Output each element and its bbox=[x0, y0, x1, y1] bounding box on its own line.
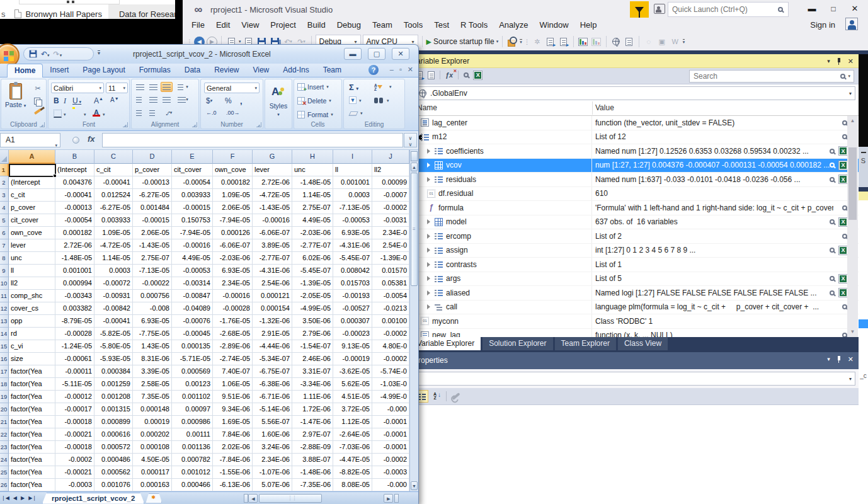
fill-caret-icon[interactable]: ▾ bbox=[84, 112, 86, 117]
cell-G1[interactable]: lever bbox=[253, 164, 292, 176]
ribbon-tab-add-ins[interactable]: Add-Ins bbox=[276, 64, 316, 77]
cell-H15[interactable]: -1.54E-07 bbox=[292, 340, 333, 353]
cell-C14[interactable]: -5.82E-05 bbox=[94, 328, 133, 340]
delete-cells-button[interactable]: ✕Delete▾ bbox=[297, 97, 331, 105]
variable-row-args[interactable]: argsList of 5X bbox=[403, 272, 859, 287]
align-right-button[interactable] bbox=[161, 94, 173, 105]
row-header-2[interactable]: 2 bbox=[0, 176, 9, 189]
row-header-9[interactable]: 9 bbox=[0, 265, 9, 277]
underline-button[interactable]: U ▾ bbox=[72, 96, 81, 105]
cell-D6[interactable]: 2.06E-05 bbox=[133, 227, 172, 239]
cell-B1[interactable]: (Intercept bbox=[55, 164, 94, 176]
view-detail-icon[interactable] bbox=[830, 276, 835, 281]
run-icon[interactable]: ▶ bbox=[426, 38, 431, 46]
cell-A7[interactable]: lever bbox=[9, 239, 55, 252]
panel-tab-class-view[interactable]: Class View bbox=[618, 337, 668, 350]
cell-G24[interactable]: 2.34E-06 bbox=[253, 454, 292, 466]
select-all-corner[interactable] bbox=[0, 150, 9, 164]
cell-J14[interactable]: -0.0002 bbox=[372, 328, 409, 340]
cell-J11[interactable]: -0.0054 bbox=[372, 290, 409, 302]
cell-H12[interactable]: -4.99E-05 bbox=[292, 302, 333, 315]
close-icon[interactable]: ✕ bbox=[845, 0, 864, 18]
cell-G7[interactable]: 3.89E-05 bbox=[253, 239, 292, 252]
cell-A23[interactable]: factor(Yea bbox=[9, 441, 55, 454]
cell-C22[interactable]: 0.000616 bbox=[94, 428, 133, 441]
styles-button[interactable]: Styles▾ bbox=[265, 102, 292, 117]
row-header-19[interactable]: 19 bbox=[0, 391, 9, 403]
cell-E1[interactable]: cit_cover bbox=[172, 164, 213, 176]
scroll-up-icon[interactable]: ▲ bbox=[411, 163, 418, 171]
column-header-A[interactable]: A bbox=[9, 150, 55, 164]
add-item-icon[interactable] bbox=[558, 36, 569, 47]
ribbon-tab-view[interactable]: View bbox=[246, 64, 276, 77]
cell-H2[interactable]: -1.48E-05 bbox=[292, 176, 333, 189]
redo-icon[interactable]: ↷▾ bbox=[54, 50, 62, 59]
row-header-4[interactable]: 4 bbox=[0, 202, 9, 214]
column-header-D[interactable]: D bbox=[133, 150, 172, 164]
cell-J6[interactable]: 2.34E-0 bbox=[372, 227, 409, 239]
cell-B16[interactable]: -0.00061 bbox=[55, 353, 94, 365]
variable-row-assign[interactable]: assignint [1:27] 0 1 2 3 4 5 6 7 8 9 ...… bbox=[403, 244, 859, 258]
cell-E10[interactable]: -0.00314 bbox=[172, 277, 213, 290]
borders-caret-icon[interactable]: ▾ bbox=[64, 112, 66, 117]
cell-D16[interactable]: 8.31E-06 bbox=[133, 353, 172, 365]
cell-F2[interactable]: 0.000182 bbox=[213, 176, 253, 189]
clear-button[interactable] bbox=[348, 112, 358, 116]
cell-G19[interactable]: -6.71E-06 bbox=[253, 391, 292, 403]
borders-button[interactable] bbox=[54, 110, 62, 118]
number-format-dropdown[interactable]: General▾ bbox=[204, 83, 260, 93]
cell-I3[interactable]: 0.0003 bbox=[333, 189, 372, 202]
cell-E2[interactable]: -0.00054 bbox=[172, 176, 213, 189]
cell-F14[interactable]: -2.68E-05 bbox=[213, 328, 253, 340]
web-help-icon[interactable] bbox=[610, 36, 622, 47]
ribbon-tab-review[interactable]: Review bbox=[207, 64, 246, 77]
panel-tab-team-explorer[interactable]: Team Explorer bbox=[555, 337, 616, 350]
close-icon[interactable]: ✕ bbox=[848, 355, 854, 364]
cut-icon[interactable]: ✂ bbox=[35, 84, 40, 93]
cell-G5[interactable]: -0.00016 bbox=[253, 214, 292, 227]
cell-H8[interactable]: 6.02E-06 bbox=[292, 252, 333, 265]
cell-G25[interactable]: -1.07E-06 bbox=[253, 466, 292, 479]
cell-D14[interactable]: -7.75E-05 bbox=[133, 328, 172, 340]
vs-menu-edit[interactable]: Edit bbox=[211, 19, 235, 33]
middle-align-button[interactable] bbox=[147, 82, 159, 92]
cell-I10[interactable]: 0.015703 bbox=[333, 277, 372, 290]
vs-menu-build[interactable]: Build bbox=[302, 19, 331, 33]
cell-B23[interactable]: -0.00018 bbox=[55, 441, 94, 454]
cell-D11[interactable]: 0.000756 bbox=[133, 290, 172, 302]
cell-E5[interactable]: 0.150753 bbox=[172, 214, 213, 227]
cell-A13[interactable]: opp bbox=[9, 315, 55, 328]
cell-B8[interactable]: -1.48E-05 bbox=[55, 252, 94, 265]
vs-menu-team[interactable]: Team bbox=[367, 19, 397, 33]
variable-row-model[interactable]: model637 obs. of 16 variablesX bbox=[403, 215, 859, 230]
cell-G13[interactable]: -1.32E-06 bbox=[253, 315, 292, 328]
vs-menu-debug[interactable]: Debug bbox=[332, 19, 366, 33]
cell-F4[interactable]: 2.06E-05 bbox=[213, 202, 253, 214]
cell-J4[interactable]: -0.0002 bbox=[372, 202, 409, 214]
cell-D2[interactable]: -0.00013 bbox=[133, 176, 172, 189]
dropdown-caret-icon[interactable]: ▾ bbox=[496, 39, 499, 44]
cell-H9[interactable]: -5.45E-07 bbox=[292, 265, 333, 277]
cell-F5[interactable]: -7.94E-05 bbox=[213, 214, 253, 227]
toolbar-overflow-icon[interactable]: ▾ bbox=[683, 39, 685, 45]
expand-icon[interactable] bbox=[427, 276, 430, 281]
expand-icon[interactable] bbox=[427, 234, 430, 239]
cell-A24[interactable]: factor(Yea bbox=[9, 454, 55, 466]
scrollbar-thumb[interactable] bbox=[411, 173, 418, 286]
row-header-18[interactable]: 18 bbox=[0, 378, 9, 391]
cell-I9[interactable]: 0.008042 bbox=[333, 265, 372, 277]
cell-B24[interactable]: -0.0002 bbox=[55, 454, 94, 466]
cell-E16[interactable]: -5.71E-05 bbox=[172, 353, 213, 365]
copy-icon[interactable] bbox=[34, 98, 42, 105]
cell-H23[interactable]: -2.88E-09 bbox=[292, 441, 333, 454]
cell-G16[interactable]: -5.34E-07 bbox=[253, 353, 292, 365]
cell-E13[interactable]: -0.00076 bbox=[172, 315, 213, 328]
cell-C15[interactable]: -5.80E-05 bbox=[94, 340, 133, 353]
top-align-button[interactable] bbox=[134, 82, 146, 92]
cell-A6[interactable]: own_cove bbox=[9, 227, 55, 239]
cell-G17[interactable]: -6.75E-07 bbox=[253, 365, 292, 378]
cell-J12[interactable]: -0.0213 bbox=[372, 302, 409, 315]
row-header-24[interactable]: 24 bbox=[0, 454, 9, 466]
cell-I25[interactable]: -8.82E-05 bbox=[333, 466, 372, 479]
cell-I6[interactable]: 6.93E-05 bbox=[333, 227, 372, 239]
